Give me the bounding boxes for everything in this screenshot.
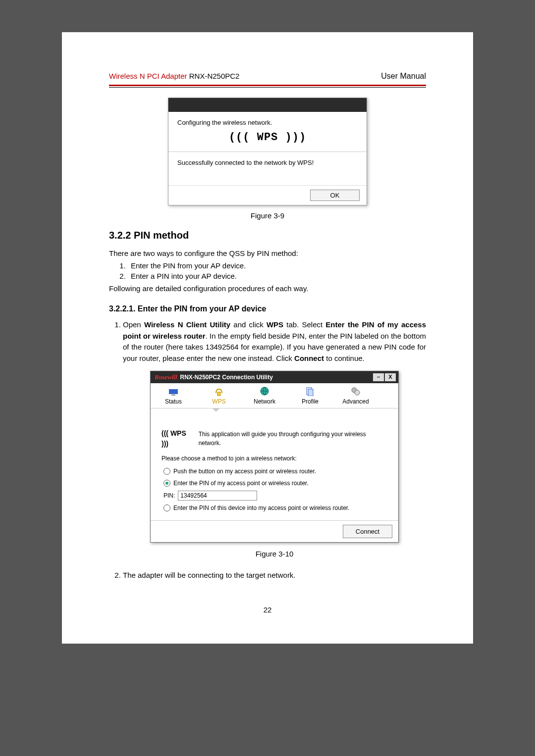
option-label: Push the button on my access point or wi… — [173, 467, 316, 476]
option-label: Enter the PIN of my access point or wire… — [173, 479, 309, 488]
utility-title-text: RNX-N250PC2 Connection Utility — [180, 373, 273, 382]
page-number: 22 — [109, 605, 426, 614]
svg-point-7 — [355, 390, 360, 395]
choose-text: Please choose a method to join a wireles… — [161, 454, 387, 463]
minimize-button[interactable]: – — [373, 373, 384, 382]
tab-status[interactable]: Status — [151, 383, 196, 408]
success-text: Successfully connected to the network by… — [177, 152, 358, 181]
active-tab-pointer — [151, 408, 398, 413]
svg-rect-1 — [171, 395, 175, 396]
product-model: RNX-N250PC2 — [189, 72, 240, 80]
wps-icon — [213, 386, 225, 396]
pin-label: PIN: — [163, 491, 175, 500]
header-right: User Manual — [381, 72, 426, 81]
option-enter-ap-pin[interactable]: Enter the PIN of my access point or wire… — [163, 479, 387, 488]
connect-button[interactable]: Connect — [343, 525, 392, 539]
method-item-2: Enter a PIN into your AP device. — [128, 272, 426, 280]
dialog-titlebar — [168, 98, 367, 112]
utility-titlebar: Rosewill RNX-N250PC2 Connection Utility … — [151, 371, 398, 383]
header-rule-red — [109, 85, 426, 86]
wps-guide-text: This application will guide you through … — [199, 430, 387, 448]
wps-logo: ((( WPS ))) — [177, 126, 358, 151]
option-push-button[interactable]: Push the button on my access point or wi… — [163, 467, 387, 476]
wps-result-dialog: Configuring the wireless network. ((( WP… — [168, 98, 367, 205]
subsection-title: 3.2.2.1. Enter the PIN from your AP devi… — [109, 304, 426, 313]
utility-footer: Connect — [151, 520, 398, 543]
tab-profile[interactable]: Profile — [287, 383, 333, 408]
method-item-1: Enter the PIN from your AP device. — [128, 261, 426, 270]
step-1: Open Wireless N Client Utility and click… — [123, 319, 426, 560]
tab-network[interactable]: Network — [242, 383, 287, 408]
status-icon — [167, 386, 179, 396]
wps-guide-row: ((( WPS ))) This application will guide … — [161, 428, 387, 449]
pin-row: PIN: — [163, 491, 387, 501]
configuring-text: Configuring the wireless network. — [177, 119, 358, 126]
radio-icon[interactable] — [163, 468, 170, 475]
figure-3-9: Configuring the wireless network. ((( WP… — [109, 98, 426, 220]
product-prefix: Wireless N PCI Adapter — [109, 72, 187, 80]
profile-icon — [304, 386, 316, 396]
header-rule-black — [109, 87, 426, 88]
step-2: The adapter will be connecting to the ta… — [123, 570, 426, 581]
svg-rect-5 — [308, 389, 313, 396]
document-page: Wireless N PCI Adapter RNX-N250PC2 User … — [62, 32, 473, 644]
window-buttons: – X — [373, 373, 396, 382]
utility-body: ((( WPS ))) This application will guide … — [151, 413, 398, 520]
pin-input[interactable] — [178, 491, 257, 501]
tab-advanced[interactable]: Advanced — [333, 383, 378, 408]
wps-mini-logo: ((( WPS ))) — [161, 428, 195, 449]
option-enter-device-pin[interactable]: Enter the PIN of this device into my acc… — [163, 504, 387, 512]
section-title: 3.2.2 PIN method — [109, 230, 426, 241]
close-button[interactable]: X — [384, 373, 396, 382]
method-list: Enter the PIN from your AP device. Enter… — [128, 261, 426, 280]
radio-icon[interactable] — [163, 504, 170, 511]
svg-rect-0 — [169, 389, 178, 394]
svg-rect-2 — [217, 392, 220, 396]
brand-logo: Rosewill — [155, 372, 177, 382]
connection-utility-window: Rosewill RNX-N250PC2 Connection Utility … — [150, 371, 399, 543]
dialog-footer: OK — [168, 185, 367, 205]
ok-button[interactable]: OK — [310, 190, 360, 201]
page-header: Wireless N PCI Adapter RNX-N250PC2 User … — [109, 72, 426, 81]
step-list: Open Wireless N Client Utility and click… — [123, 319, 426, 581]
figure-3-10-caption: Figure 3-10 — [123, 549, 426, 560]
section-follow: Following are detailed configuration pro… — [109, 283, 426, 294]
header-left: Wireless N PCI Adapter RNX-N250PC2 — [109, 72, 239, 80]
advanced-icon — [350, 386, 362, 396]
option-label: Enter the PIN of this device into my acc… — [173, 504, 350, 512]
network-icon — [259, 386, 270, 396]
tab-wps[interactable]: WPS — [196, 383, 242, 408]
utility-tabs: Status WPS Network — [151, 383, 398, 408]
radio-icon-selected[interactable] — [163, 480, 170, 487]
figure-3-9-caption: Figure 3-9 — [109, 211, 426, 220]
section-intro: There are two ways to configure the QSS … — [109, 248, 426, 258]
